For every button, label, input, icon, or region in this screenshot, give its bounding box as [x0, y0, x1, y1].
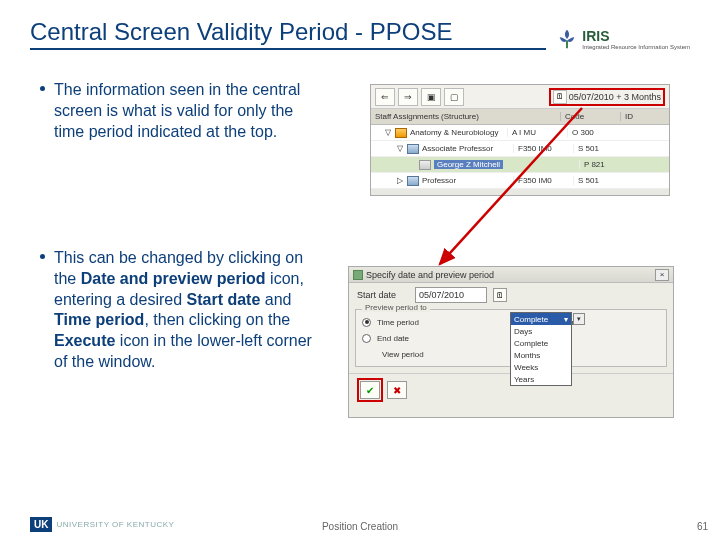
tree-row[interactable]: ▷ Professor F350 IM0 S 501: [371, 173, 669, 189]
radio-time-period[interactable]: [362, 318, 371, 327]
radio-end-date-label: End date: [377, 334, 449, 343]
execute-icon[interactable]: ✔: [360, 381, 380, 399]
back-icon[interactable]: ⇐: [375, 88, 395, 106]
dropdown-option[interactable]: Weeks: [511, 361, 571, 373]
iris-logo: IRIS Integrated Resource Information Sys…: [556, 28, 690, 50]
tree-row-selected[interactable]: George Z Mitchell P 821: [371, 157, 669, 173]
time-period-dropdown[interactable]: Complete ▾ Days Complete Months Weeks Ye…: [510, 312, 572, 386]
execute-highlight: ✔: [357, 378, 383, 402]
expand-icon[interactable]: ▽: [395, 144, 405, 153]
row-label: George Z Mitchell: [434, 160, 503, 169]
iris-logo-text: IRIS: [582, 28, 609, 44]
row-label: Associate Professor: [422, 144, 513, 153]
tree-row[interactable]: ▽ Anatomy & Neurobiology A I MU O 300: [371, 125, 669, 141]
person-icon: [419, 160, 431, 170]
cancel-icon[interactable]: ✖: [387, 381, 407, 399]
close-icon[interactable]: ×: [655, 269, 669, 281]
dropdown-option[interactable]: Months: [511, 349, 571, 361]
start-date-input[interactable]: 05/07/2010: [415, 287, 487, 303]
iris-logo-tagline: Integrated Resource Information System: [582, 44, 690, 50]
bullet-1: The information seen in the central scre…: [54, 80, 314, 142]
slide-title: Central Screen Validity Period - PPOSE: [30, 18, 546, 50]
bullet-2: This can be changed by clicking on the D…: [54, 248, 324, 373]
bullet-icon: [40, 86, 45, 91]
bullet-icon: [40, 254, 45, 259]
forward-icon[interactable]: ⇒: [398, 88, 418, 106]
dialog-title: Specify date and preview period: [366, 270, 494, 280]
org-unit-icon: [395, 128, 407, 138]
position-icon: [407, 176, 419, 186]
iris-flower-icon: [556, 28, 578, 50]
header-structure: Staff Assignments (Structure): [371, 112, 561, 121]
preview-period-group: Preview period to Time period In the fut…: [355, 309, 667, 367]
radio-end-date[interactable]: [362, 334, 371, 343]
date-preview-icon[interactable]: 🗓: [553, 90, 567, 104]
calendar-icon[interactable]: 🗓: [493, 288, 507, 302]
date-preview-highlight: 🗓 05/07/2010 + 3 Months: [549, 88, 665, 106]
row-label: Professor: [422, 176, 513, 185]
date-range-text: 05/07/2010 + 3 Months: [569, 92, 661, 102]
dialog-icon: [353, 270, 363, 280]
radio-time-period-label: Time period: [377, 318, 449, 327]
tree-header-row: Staff Assignments (Structure) Code ID: [371, 109, 669, 125]
expand-icon[interactable]: ▣: [421, 88, 441, 106]
start-date-label: Start date: [357, 290, 409, 300]
bullet-1-text: The information seen in the central scre…: [54, 81, 300, 140]
chevron-down-icon: ▾: [564, 315, 568, 324]
pposse-tree-screenshot: ⇐ ⇒ ▣ ▢ 🗓 05/07/2010 + 3 Months Staff As…: [370, 84, 670, 196]
group-label: Preview period to: [362, 303, 430, 312]
row-label: Anatomy & Neurobiology: [410, 128, 507, 137]
dropdown-option[interactable]: Complete: [511, 337, 571, 349]
expand-icon[interactable]: ▷: [395, 176, 405, 185]
position-icon: [407, 144, 419, 154]
dropdown-selected: Complete ▾: [511, 313, 571, 325]
view-period-label: View period: [382, 350, 424, 359]
tree-row[interactable]: ▽ Associate Professor F350 IM0 S 501: [371, 141, 669, 157]
dialog-titlebar: Specify date and preview period ×: [349, 267, 673, 283]
expand-icon[interactable]: ▽: [383, 128, 393, 137]
dropdown-option[interactable]: Years: [511, 373, 571, 385]
bullet-2-text: This can be changed by clicking on the D…: [54, 249, 312, 370]
title-bar: Central Screen Validity Period - PPOSE I…: [30, 18, 690, 50]
footer-title: Position Creation: [0, 521, 720, 532]
chevron-down-icon[interactable]: ▾: [573, 313, 585, 325]
toolbar: ⇐ ⇒ ▣ ▢ 🗓 05/07/2010 + 3 Months: [371, 85, 669, 109]
dropdown-option[interactable]: Days: [511, 325, 571, 337]
header-id: ID: [621, 112, 669, 121]
page-number: 61: [697, 521, 708, 532]
collapse-icon[interactable]: ▢: [444, 88, 464, 106]
header-code: Code: [561, 112, 621, 121]
date-preview-dialog: Specify date and preview period × Start …: [348, 266, 674, 418]
